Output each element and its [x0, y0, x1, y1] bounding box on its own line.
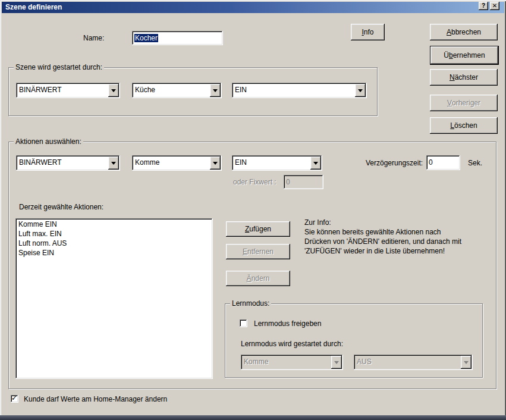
- chevron-down-icon[interactable]: [310, 156, 321, 170]
- delay-input[interactable]: 0: [426, 155, 460, 170]
- checkmark-icon: ✓: [11, 394, 17, 402]
- lernmodus-trigger-dropdown: Komme: [241, 355, 343, 370]
- chevron-down-icon: [461, 356, 472, 369]
- close-icon[interactable]: ✕: [490, 2, 499, 10]
- trigger-source-dropdown[interactable]: Küche: [132, 83, 222, 98]
- info-note-line: Drücken von 'ÄNDERN' editieren, und dana…: [304, 237, 461, 246]
- title-bar[interactable]: Szene definieren: [2, 2, 504, 13]
- name-label: Name:: [83, 34, 104, 42]
- delay-label: Verzögerungszeit:: [366, 159, 423, 167]
- delay-unit-label: Sek.: [468, 159, 482, 167]
- name-input-selected-text: Kocher: [134, 34, 158, 42]
- chevron-down-icon[interactable]: [210, 156, 221, 170]
- fixwert-label: oder Fixwert :: [233, 178, 276, 186]
- apply-button[interactable]: Übernehmen: [430, 46, 499, 65]
- list-item[interactable]: Komme EIN: [15, 220, 213, 229]
- help-icon[interactable]: ?: [479, 2, 488, 10]
- szene-definieren-dialog: Szene definieren ? ✕ Name: Kocher Info A…: [0, 0, 506, 420]
- lernmodus-value-dropdown: AUS: [354, 355, 473, 370]
- trigger-type-dropdown[interactable]: BINÄRWERT: [16, 83, 120, 98]
- actions-list[interactable]: Komme EIN Luft max. EIN Luft norm. AUS S…: [15, 218, 213, 379]
- actions-group-title: Aktionen auswählen:: [14, 137, 83, 146]
- action-type-dropdown[interactable]: BINÄRWERT: [16, 155, 120, 171]
- action-target-dropdown[interactable]: Komme: [132, 155, 222, 171]
- list-item[interactable]: Luft max. EIN: [15, 229, 213, 239]
- info-note-line: Zur Info:: [304, 218, 461, 227]
- next-button[interactable]: Nächster: [430, 69, 498, 86]
- chevron-down-icon[interactable]: [108, 84, 119, 97]
- info-note-line: Sie können bereits gewählte Aktionen nac…: [304, 227, 461, 237]
- customer-change-checkbox-label: Kunde darf Werte am Home-Manager ändern: [24, 395, 167, 403]
- actions-list-label: Derzeit gewählte Aktionen:: [19, 203, 103, 211]
- chevron-down-icon[interactable]: [210, 84, 221, 97]
- list-item[interactable]: Speise EIN: [15, 248, 213, 258]
- trigger-group-title: Szene wird gestartet durch:: [14, 63, 104, 71]
- lernmodus-started-by-label: Lernmodus wird gestartet durch:: [241, 340, 343, 348]
- previous-button: Vorheriger: [430, 95, 498, 111]
- edit-action-button: Ändern: [226, 271, 290, 286]
- action-value-dropdown[interactable]: EIN: [232, 155, 322, 171]
- window-title: Szene definieren: [5, 3, 62, 11]
- chevron-down-icon[interactable]: [355, 84, 366, 97]
- chevron-down-icon[interactable]: [108, 156, 119, 170]
- lernmodus-checkbox-label: Lernmodus freigeben: [254, 319, 321, 328]
- delete-button[interactable]: Löschen: [430, 117, 498, 134]
- bottom-edge: [0, 415, 506, 420]
- lernmodus-checkbox[interactable]: [240, 319, 247, 327]
- name-input[interactable]: Kocher: [132, 31, 223, 45]
- cancel-button[interactable]: Abbrechen: [430, 24, 498, 40]
- chevron-down-icon: [331, 356, 342, 369]
- lernmodus-group-title: Lernmodus:: [230, 299, 271, 308]
- customer-change-checkbox[interactable]: ✓: [11, 395, 18, 403]
- info-button[interactable]: Info: [351, 24, 385, 40]
- info-note-line: 'ZUFÜGEN' wieder in die Liste übernehmen…: [304, 246, 461, 256]
- fixwert-input: 0: [284, 175, 323, 189]
- trigger-value-dropdown[interactable]: EIN: [232, 83, 367, 98]
- info-note: Zur Info: Sie können bereits gewählte Ak…: [304, 218, 461, 256]
- list-item[interactable]: Luft norm. AUS: [15, 239, 213, 248]
- remove-action-button: Entfernen: [226, 244, 290, 259]
- add-action-button[interactable]: Zufügen: [226, 221, 290, 237]
